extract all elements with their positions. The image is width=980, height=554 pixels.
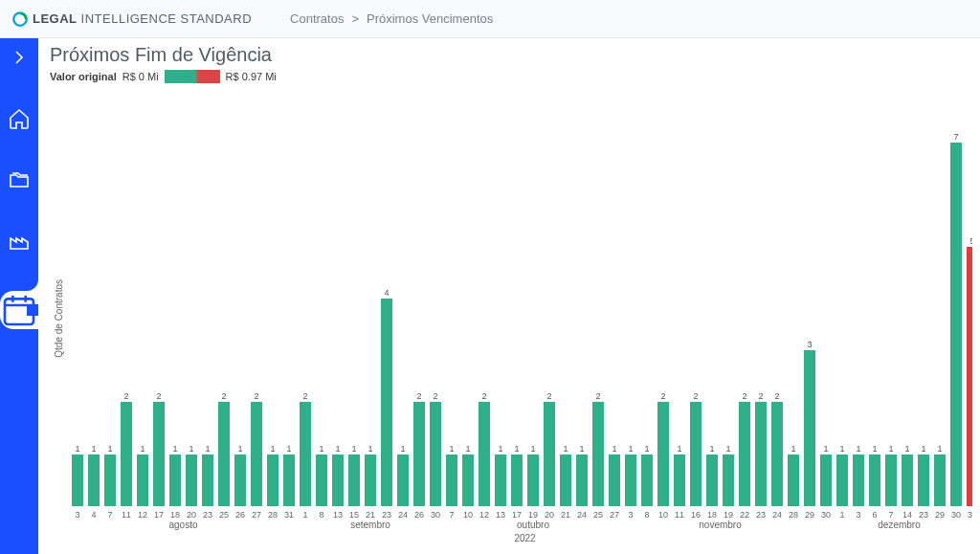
bar[interactable]: 1: [673, 443, 686, 506]
bar-rect: [788, 454, 799, 506]
bar[interactable]: 2: [657, 390, 670, 506]
bar[interactable]: 3: [803, 339, 816, 506]
bar-rect: [121, 402, 132, 506]
bar[interactable]: 1: [282, 443, 296, 506]
bar[interactable]: 1: [494, 443, 507, 506]
bar-rect: [544, 402, 555, 506]
bars-scroller[interactable]: 1112121112121121111412211211121121112121…: [67, 91, 972, 546]
bar-rect: [153, 402, 165, 506]
bar-value-label: 1: [921, 443, 925, 454]
bar[interactable]: 2: [770, 390, 784, 506]
bar[interactable]: 1: [640, 443, 654, 506]
bar-rect: [527, 454, 539, 506]
bar[interactable]: 1: [168, 443, 182, 506]
bar[interactable]: 1: [445, 443, 458, 506]
bar[interactable]: 1: [103, 443, 117, 506]
bar[interactable]: 2: [738, 390, 751, 506]
bar[interactable]: 2: [543, 390, 556, 506]
bar[interactable]: 2: [250, 390, 263, 506]
x-tick-day: 30: [949, 510, 963, 520]
bar[interactable]: 2: [412, 390, 426, 506]
bar-value-label: 1: [791, 443, 795, 454]
bar-value-label: 1: [75, 443, 79, 454]
sidebar-home[interactable]: [8, 107, 31, 130]
bar[interactable]: 1: [364, 443, 377, 506]
x-tick-day: 24: [770, 510, 784, 520]
bar[interactable]: 1: [315, 443, 328, 506]
bar-rect: [104, 454, 116, 506]
bar-value-label: 3: [807, 339, 812, 350]
bar[interactable]: 1: [705, 443, 719, 506]
x-tick-day: 14: [901, 510, 914, 520]
bar[interactable]: 1: [787, 443, 800, 506]
bar-value-label: 2: [758, 390, 763, 402]
bar-value-label: 1: [286, 443, 291, 454]
bar-rect: [218, 402, 230, 506]
bar[interactable]: 1: [266, 443, 279, 506]
bar[interactable]: 4: [380, 287, 393, 506]
bar[interactable]: 2: [217, 390, 231, 506]
x-tick-day: 23: [380, 510, 393, 520]
bar[interactable]: 1: [852, 443, 865, 506]
bar[interactable]: 1: [396, 443, 410, 506]
bar-value-label: 1: [612, 443, 616, 454]
bar[interactable]: 1: [819, 443, 833, 506]
bar[interactable]: 1: [624, 443, 637, 506]
bar-value-label: 1: [563, 443, 568, 454]
crumb-root[interactable]: Contratos: [290, 11, 344, 26]
bar[interactable]: 2: [478, 390, 491, 506]
sidebar-calendar[interactable]: [0, 291, 38, 329]
sidebar-folders[interactable]: [8, 168, 31, 191]
bar[interactable]: 1: [901, 443, 914, 506]
bar[interactable]: 2: [152, 390, 166, 506]
x-tick-day: 7: [445, 510, 458, 520]
bar[interactable]: 2: [591, 390, 605, 506]
x-tick-day: 30: [429, 510, 442, 520]
bar[interactable]: 2: [299, 390, 312, 506]
bar[interactable]: 1: [71, 443, 84, 506]
x-tick-day: 13: [494, 510, 507, 520]
bar[interactable]: 1: [559, 443, 572, 506]
x-tick-day: 20: [543, 510, 556, 520]
bar[interactable]: 1: [461, 443, 475, 506]
bar[interactable]: 1: [868, 443, 881, 506]
bar[interactable]: 7: [949, 131, 963, 506]
bar-value-label: 1: [91, 443, 96, 454]
bar[interactable]: 1: [608, 443, 621, 506]
bar[interactable]: 5: [966, 235, 972, 506]
bar[interactable]: 1: [347, 443, 361, 506]
bar[interactable]: 2: [689, 390, 702, 506]
sidebar-industry[interactable]: [8, 230, 31, 253]
bar-value-label: 2: [774, 390, 779, 402]
bar-value-label: 1: [319, 443, 323, 454]
bar[interactable]: 1: [331, 443, 345, 506]
bar[interactable]: 2: [120, 390, 133, 506]
bar-rect: [234, 454, 246, 506]
bar-rect: [251, 402, 262, 506]
x-tick-day: 23: [201, 510, 214, 520]
bar[interactable]: 1: [185, 443, 198, 506]
bar[interactable]: 1: [87, 443, 100, 506]
legend-min: R$ 0 Mi: [122, 71, 159, 82]
bar[interactable]: 2: [754, 390, 768, 506]
x-tick-day: 27: [250, 510, 263, 520]
bar[interactable]: 2: [429, 390, 442, 506]
bar[interactable]: 1: [835, 443, 849, 506]
bar-rect: [869, 454, 880, 506]
x-tick-day: 30: [819, 510, 833, 520]
bar-value-label: 1: [270, 443, 275, 454]
bar[interactable]: 1: [201, 443, 214, 506]
bar[interactable]: 1: [722, 443, 735, 506]
bar[interactable]: 1: [510, 443, 523, 506]
sidebar-toggle[interactable]: [8, 46, 31, 69]
bar[interactable]: 1: [884, 443, 898, 506]
bar[interactable]: 1: [575, 443, 589, 506]
bar-value-label: 2: [595, 390, 600, 402]
bar[interactable]: 1: [136, 443, 149, 506]
x-tick-day: 3: [852, 510, 865, 520]
bar[interactable]: 1: [933, 443, 947, 506]
bar[interactable]: 1: [917, 443, 930, 506]
x-tick-day: 8: [315, 510, 328, 520]
bar[interactable]: 1: [234, 443, 247, 506]
bar[interactable]: 1: [526, 443, 540, 506]
